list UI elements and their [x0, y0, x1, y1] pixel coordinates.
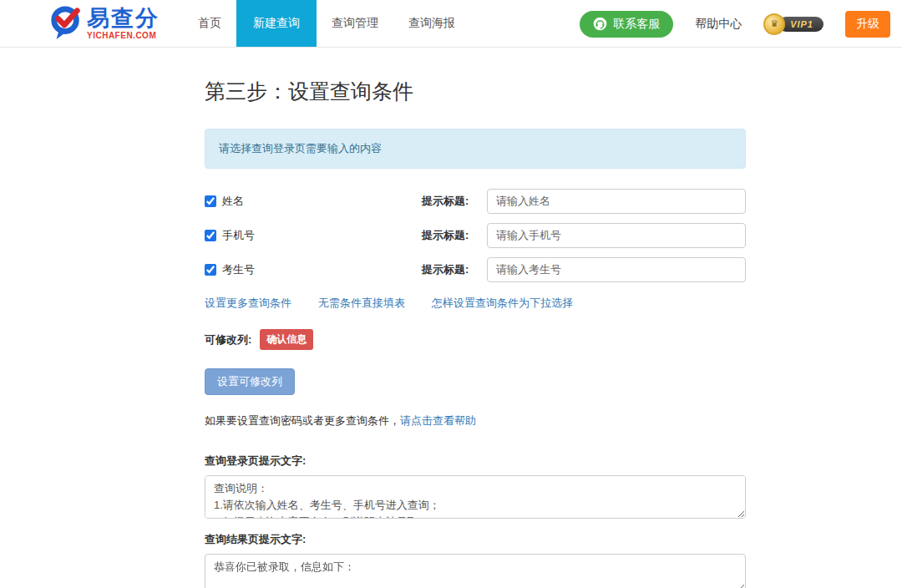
main-nav: 首页 新建查询 查询管理 查询海报 [183, 0, 470, 47]
nav-item-query-poster[interactable]: 查询海报 [393, 0, 470, 47]
main-content: 第三步：设置查询条件 请选择查询登录页需要输入的内容 姓名 提示标题: 手机号 … [205, 78, 746, 588]
condition-row-candidate: 考生号 提示标题: [205, 257, 746, 282]
modifiable-column-badge: 确认信息 [260, 329, 313, 350]
condition-row-phone: 手机号 提示标题: [205, 223, 746, 248]
nav-item-query-manage[interactable]: 查询管理 [317, 0, 393, 47]
yichafen-logo[interactable]: 易查分 YICHAFEN.COM [48, 0, 160, 47]
modifiable-columns-label: 可修改列: [205, 332, 251, 347]
more-conditions-link[interactable]: 设置更多查询条件 [205, 296, 291, 311]
login-hint-textarea[interactable]: 查询说明： 1.请依次输入姓名、考生号、手机号进入查询； 2.如提示查询内容不存… [205, 475, 746, 519]
top-header: 易查分 YICHAFEN.COM 首页 新建查询 查询管理 查询海报 联系客服 … [0, 0, 902, 48]
info-alert: 请选择查询登录页需要输入的内容 [205, 129, 746, 169]
candidate-hint-input[interactable] [487, 257, 746, 282]
hint-title-label: 提示标题: [422, 228, 487, 243]
name-checkbox-label: 姓名 [222, 194, 244, 209]
nav-item-home[interactable]: 首页 [183, 0, 236, 47]
name-checkbox[interactable] [205, 195, 216, 207]
name-hint-input[interactable] [487, 189, 746, 214]
logo-brand-text: 易查分 [87, 8, 160, 30]
condition-row-name: 姓名 提示标题: [205, 189, 746, 214]
nav-item-new-query[interactable]: 新建查询 [236, 0, 317, 47]
phone-checkbox-label: 手机号 [222, 228, 255, 243]
password-help-text: 如果要设置查询密码或者更多查询条件， [205, 414, 400, 427]
contact-service-button[interactable]: 联系客服 [580, 11, 673, 38]
phone-checkbox[interactable] [205, 230, 216, 241]
result-hint-label: 查询结果页提示文字: [205, 532, 746, 547]
view-help-link[interactable]: 请点击查看帮助 [400, 414, 476, 427]
hint-title-label: 提示标题: [422, 194, 487, 209]
phone-hint-input[interactable] [487, 223, 746, 248]
headset-icon [593, 17, 607, 31]
logo-domain-text: YICHAFEN.COM [87, 32, 160, 40]
contact-service-label: 联系客服 [613, 17, 660, 32]
result-hint-textarea[interactable]: 恭喜你已被录取，信息如下： [205, 554, 746, 588]
hint-title-label: 提示标题: [422, 262, 487, 277]
login-hint-label: 查询登录页提示文字: [205, 454, 746, 469]
password-help-line: 如果要设置查询密码或者更多查询条件，请点击查看帮助 [205, 413, 746, 428]
vip-medal-icon: ♛ [763, 13, 785, 35]
helper-links-row: 设置更多查询条件 无需条件直接填表 怎样设置查询条件为下拉选择 [205, 296, 746, 311]
vip-level-label: VIP1 [778, 17, 823, 32]
logo-magnifier-check-icon [48, 4, 84, 43]
dropdown-howto-link[interactable]: 怎样设置查询条件为下拉选择 [432, 296, 573, 311]
header-right-controls: 联系客服 帮助中心 ♛ VIP1 升级 [580, 0, 890, 48]
page-title: 第三步：设置查询条件 [205, 78, 746, 105]
modifiable-columns-row: 可修改列: 确认信息 [205, 329, 746, 350]
set-modifiable-columns-button[interactable]: 设置可修改列 [205, 368, 295, 395]
upgrade-button[interactable]: 升级 [845, 11, 890, 38]
candidate-checkbox[interactable] [205, 264, 216, 276]
vip-badge[interactable]: ♛ VIP1 [763, 13, 823, 35]
candidate-checkbox-label: 考生号 [222, 262, 255, 277]
no-condition-form-link[interactable]: 无需条件直接填表 [318, 296, 405, 311]
help-center-link[interactable]: 帮助中心 [695, 17, 742, 32]
